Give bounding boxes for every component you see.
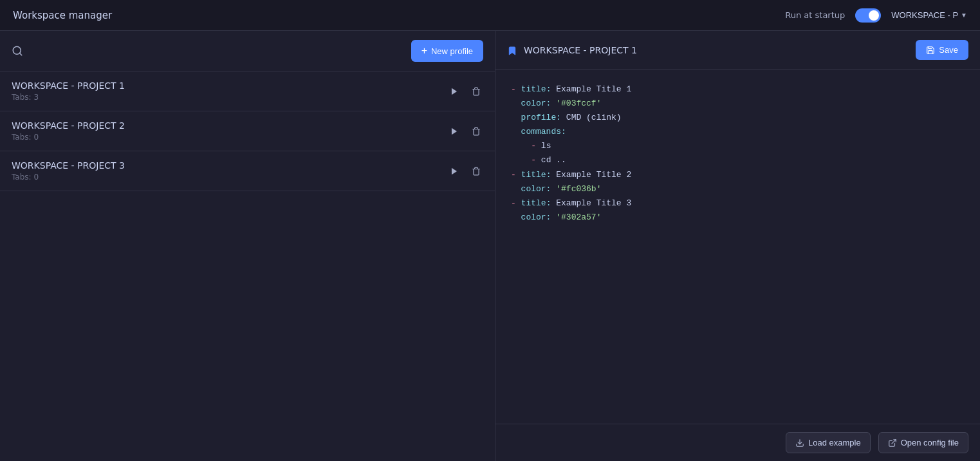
profile-item[interactable]: WORKSPACE - PROJECT 2 Tabs: 0 (0, 111, 495, 151)
play-button[interactable] (447, 164, 461, 178)
play-icon (450, 167, 459, 176)
trash-icon (472, 87, 481, 96)
svg-line-6 (891, 439, 895, 443)
topbar: Workspace manager Run at startup WORKSPA… (0, 0, 980, 31)
new-profile-label: New profile (431, 46, 473, 56)
load-example-label: Load example (808, 438, 861, 447)
svg-marker-4 (452, 167, 457, 174)
delete-button[interactable] (469, 84, 483, 99)
open-config-label: Open config file (901, 438, 959, 447)
app-title: Workspace manager (13, 10, 112, 21)
right-toolbar: WORKSPACE - PROJECT 1 Save (495, 31, 980, 70)
profile-info: WORKSPACE - PROJECT 1 Tabs: 3 (12, 80, 125, 102)
external-link-icon (888, 438, 897, 447)
profile-list: WORKSPACE - PROJECT 1 Tabs: 3 (0, 71, 495, 461)
left-panel: + New profile WORKSPACE - PROJECT 1 Tabs… (0, 31, 495, 461)
profile-info: WORKSPACE - PROJECT 2 Tabs: 0 (12, 120, 125, 142)
search-button[interactable] (12, 45, 23, 57)
run-at-startup-label: Run at startup (785, 10, 845, 20)
open-config-button[interactable]: Open config file (878, 432, 968, 453)
save-button[interactable]: Save (916, 40, 968, 60)
profile-tabs: Tabs: 3 (12, 93, 125, 102)
profile-tabs: Tabs: 0 (12, 133, 125, 142)
bookmark-icon (507, 44, 517, 56)
run-at-startup-toggle[interactable] (855, 8, 881, 23)
right-toolbar-left: WORKSPACE - PROJECT 1 (507, 44, 637, 56)
left-toolbar: + New profile (0, 31, 495, 71)
chevron-down-icon: ▼ (961, 12, 967, 19)
plus-icon: + (421, 45, 427, 57)
play-icon (450, 127, 459, 136)
save-icon (926, 46, 935, 55)
download-icon (795, 438, 804, 447)
svg-line-1 (19, 53, 21, 55)
svg-marker-2 (452, 88, 457, 95)
play-button[interactable] (447, 84, 461, 99)
profile-name: WORKSPACE - PROJECT 1 (12, 80, 125, 91)
delete-button[interactable] (469, 124, 483, 138)
profile-actions (447, 164, 483, 178)
profile-info: WORKSPACE - PROJECT 3 Tabs: 0 (12, 160, 125, 182)
profile-name: WORKSPACE - PROJECT 3 (12, 160, 125, 171)
workspace-dropdown-label: WORKSPACE - P (891, 10, 958, 20)
play-button[interactable] (447, 124, 461, 138)
delete-button[interactable] (469, 164, 483, 178)
save-label: Save (939, 45, 958, 55)
new-profile-button[interactable]: + New profile (411, 40, 483, 62)
right-panel: WORKSPACE - PROJECT 1 Save - title: Exam… (495, 31, 980, 461)
profile-item[interactable]: WORKSPACE - PROJECT 3 Tabs: 0 (0, 151, 495, 191)
svg-marker-3 (452, 127, 457, 135)
trash-icon (472, 167, 481, 176)
profile-actions (447, 84, 483, 99)
profile-name: WORKSPACE - PROJECT 2 (12, 120, 125, 131)
profile-tabs: Tabs: 0 (12, 173, 125, 182)
play-icon (450, 87, 459, 96)
bottom-bar: Load example Open config file (495, 424, 980, 461)
main-layout: + New profile WORKSPACE - PROJECT 1 Tabs… (0, 31, 980, 461)
trash-icon (472, 127, 481, 136)
profile-item[interactable]: WORKSPACE - PROJECT 1 Tabs: 3 (0, 71, 495, 111)
load-example-button[interactable]: Load example (786, 432, 871, 453)
topbar-right: Run at startup WORKSPACE - P ▼ (785, 8, 967, 23)
right-panel-title: WORKSPACE - PROJECT 1 (524, 45, 637, 55)
search-icon (12, 45, 23, 57)
workspace-dropdown[interactable]: WORKSPACE - P ▼ (891, 10, 967, 20)
code-editor[interactable]: - title: Example Title 1 color: '#03fccf… (495, 70, 980, 424)
profile-actions (447, 124, 483, 138)
